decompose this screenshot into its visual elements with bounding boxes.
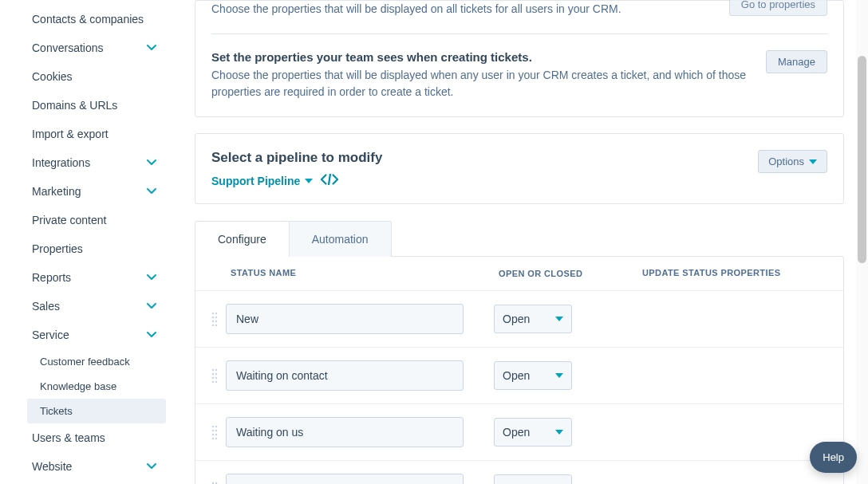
svg-point-23 xyxy=(215,438,218,439)
chevron-down-icon xyxy=(147,187,156,196)
properties-team-section: Set the properties your team sees when c… xyxy=(211,33,827,116)
svg-point-13 xyxy=(215,377,218,380)
sidebar-item-contacts-companies[interactable]: Contacts & companies xyxy=(19,5,166,33)
code-icon[interactable] xyxy=(321,174,338,187)
help-button[interactable]: Help xyxy=(810,442,857,473)
svg-point-10 xyxy=(212,373,215,376)
pipeline-card: Select a pipeline to modify Support Pipe… xyxy=(195,133,844,204)
sidebar-item-domains-urls[interactable]: Domains & URLs xyxy=(19,91,166,120)
svg-point-2 xyxy=(212,317,215,319)
properties-team-title: Set the properties your team sees when c… xyxy=(211,50,750,64)
svg-point-9 xyxy=(215,369,218,372)
status-table: STATUS NAME OPEN OR CLOSED UPDATE STATUS… xyxy=(195,256,844,484)
sidebar-item-label: Import & export xyxy=(32,128,108,140)
status-name-input[interactable] xyxy=(226,304,464,334)
svg-point-12 xyxy=(212,377,215,380)
manage-button[interactable]: Manage xyxy=(766,50,827,73)
properties-team-desc: Choose the properties that will be displ… xyxy=(211,67,750,100)
tab-configure[interactable]: Configure xyxy=(195,222,290,257)
main-content: Choose the properties that will be displ… xyxy=(171,0,868,484)
tabs: ConfigureAutomation xyxy=(195,221,392,257)
status-open-closed-select[interactable]: Open xyxy=(494,361,572,390)
table-row: Open xyxy=(195,291,843,347)
svg-point-3 xyxy=(215,317,218,319)
options-label: Options xyxy=(768,155,804,167)
status-open-closed-select[interactable]: Open xyxy=(494,305,572,333)
caret-down-icon xyxy=(809,158,817,166)
sidebar-item-conversations[interactable]: Conversations xyxy=(19,33,166,62)
drag-handle-icon[interactable] xyxy=(207,312,223,326)
svg-point-6 xyxy=(212,325,215,326)
sidebar-subitem-tickets[interactable]: Tickets xyxy=(27,399,166,423)
sidebar-item-integrations[interactable]: Integrations xyxy=(19,148,166,177)
svg-point-20 xyxy=(212,434,215,436)
sidebar-item-label: Reports xyxy=(32,271,71,284)
drag-handle-icon[interactable] xyxy=(207,425,223,439)
chevron-down-icon xyxy=(147,301,156,311)
svg-point-16 xyxy=(212,426,215,428)
table-row: Open xyxy=(195,403,843,460)
status-select-value: Open xyxy=(503,313,530,325)
sidebar-item-users-teams[interactable]: Users & teams xyxy=(19,423,166,452)
settings-sidebar: Contacts & companiesConversationsCookies… xyxy=(0,0,171,484)
svg-point-8 xyxy=(212,369,215,372)
sidebar-item-import-export[interactable]: Import & export xyxy=(19,120,166,148)
chevron-down-icon xyxy=(147,330,156,340)
chevron-down-icon xyxy=(147,462,156,471)
sidebar-item-label: Private content xyxy=(32,214,106,226)
table-header-row: STATUS NAME OPEN OR CLOSED UPDATE STATUS… xyxy=(195,257,843,291)
header-update-props: UPDATE STATUS PROPERTIES xyxy=(642,268,827,279)
tab-automation[interactable]: Automation xyxy=(290,222,391,257)
scrollbar-thumb[interactable] xyxy=(858,56,866,263)
sidebar-item-reports[interactable]: Reports xyxy=(19,263,166,292)
sidebar-item-label: Sales xyxy=(32,300,60,313)
svg-point-21 xyxy=(215,434,218,436)
caret-down-icon xyxy=(555,428,563,436)
status-open-closed-select[interactable]: Open xyxy=(494,418,572,447)
properties-all-section: Choose the properties that will be displ… xyxy=(211,1,827,33)
sidebar-item-private-content[interactable]: Private content xyxy=(19,206,166,234)
pipeline-selector[interactable]: Support Pipeline xyxy=(211,175,313,187)
sidebar-item-website[interactable]: Website xyxy=(19,452,166,481)
status-open-closed-select[interactable]: Closed xyxy=(494,474,572,484)
caret-down-icon xyxy=(305,177,313,185)
table-row: Open xyxy=(195,347,843,403)
table-row: Closed xyxy=(195,460,843,484)
sidebar-item-label: Integrations xyxy=(32,156,90,169)
sidebar-item-label: Domains & URLs xyxy=(32,99,117,112)
options-button[interactable]: Options xyxy=(758,150,827,173)
sidebar-item-service[interactable]: Service xyxy=(19,321,166,349)
svg-point-14 xyxy=(212,381,215,383)
sidebar-item-label: Contacts & companies xyxy=(32,13,144,26)
status-name-input[interactable] xyxy=(226,474,464,484)
properties-all-desc: Choose the properties that will be displ… xyxy=(211,1,713,18)
svg-point-5 xyxy=(215,321,218,323)
pipeline-selected-label: Support Pipeline xyxy=(211,175,300,187)
svg-point-19 xyxy=(215,430,218,432)
go-to-properties-button[interactable]: Go to properties xyxy=(729,0,827,16)
sidebar-item-label: Conversations xyxy=(32,41,104,54)
sidebar-item-marketing[interactable]: Marketing xyxy=(19,177,166,206)
svg-point-17 xyxy=(215,426,218,428)
sidebar-item-properties[interactable]: Properties xyxy=(19,234,166,263)
header-open-closed: OPEN OR CLOSED xyxy=(499,268,642,279)
scrollbar-track[interactable] xyxy=(856,0,868,484)
chevron-down-icon xyxy=(147,158,156,167)
svg-point-7 xyxy=(215,325,218,326)
sidebar-subitem-customer-feedback[interactable]: Customer feedback xyxy=(27,349,166,374)
svg-point-4 xyxy=(212,321,215,323)
pipeline-title: Select a pipeline to modify xyxy=(211,150,382,166)
svg-point-15 xyxy=(215,381,218,383)
drag-handle-icon[interactable] xyxy=(207,368,223,383)
status-name-input[interactable] xyxy=(226,417,464,447)
sidebar-item-label: Properties xyxy=(32,242,83,255)
sidebar-item-sales[interactable]: Sales xyxy=(19,292,166,321)
status-select-value: Open xyxy=(503,426,530,439)
svg-point-18 xyxy=(212,430,215,432)
sidebar-item-label: Cookies xyxy=(32,70,73,83)
header-status-name: STATUS NAME xyxy=(227,268,499,279)
status-name-input[interactable] xyxy=(226,360,464,391)
sidebar-item-cookies[interactable]: Cookies xyxy=(19,62,166,91)
sidebar-subitem-knowledge-base[interactable]: Knowledge base xyxy=(27,374,166,399)
sidebar-item-label: Service xyxy=(32,329,69,341)
